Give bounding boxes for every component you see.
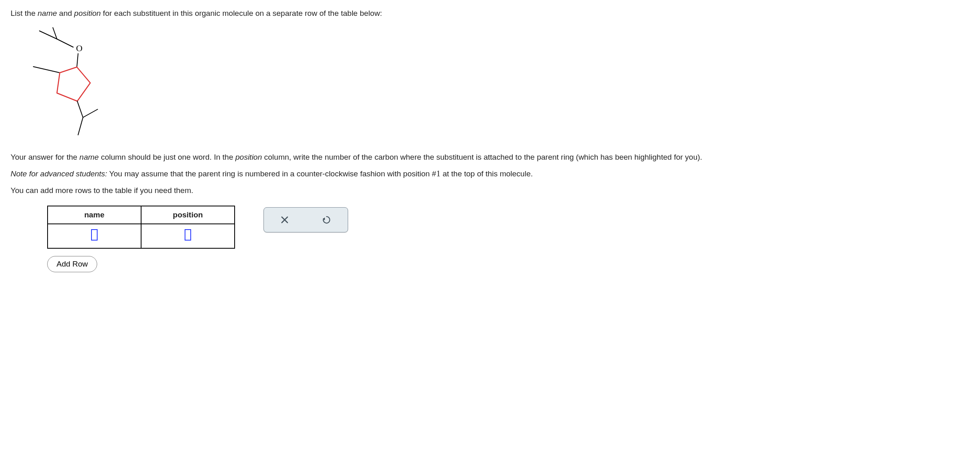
- close-icon: [280, 215, 289, 224]
- svg-line-8: [83, 109, 98, 117]
- word-name: name: [38, 9, 57, 17]
- p1-a: Your answer for the: [11, 153, 79, 161]
- svg-text:O: O: [76, 43, 83, 53]
- question-prompt: List the name and position for each subs…: [11, 8, 969, 19]
- svg-line-5: [33, 67, 60, 73]
- p2-c: at the top of this molecule.: [440, 169, 533, 178]
- molecule-structure: O: [25, 26, 115, 140]
- instruction-p3: You can add more rows to the table if yo…: [11, 185, 969, 196]
- header-name: name: [48, 206, 141, 224]
- action-toolbar: [264, 207, 348, 232]
- undo-icon: [322, 215, 331, 225]
- p1-position: position: [235, 153, 262, 161]
- p1-c: column, write the number of the carbon w…: [262, 153, 702, 161]
- position-input[interactable]: [185, 229, 191, 241]
- svg-line-7: [77, 101, 83, 117]
- prompt-lead: List the: [11, 9, 38, 17]
- table-row: [48, 224, 235, 248]
- name-input[interactable]: [91, 229, 98, 241]
- p1-name: name: [79, 153, 99, 161]
- svg-line-9: [78, 117, 83, 135]
- table-header-row: name position: [48, 206, 235, 224]
- reset-button[interactable]: [322, 215, 331, 225]
- answer-table: name position: [47, 206, 235, 249]
- answer-table-wrapper: name position Add Row: [11, 206, 235, 272]
- cell-name[interactable]: [48, 224, 141, 248]
- word-position: position: [74, 9, 101, 17]
- instruction-p1: Your answer for the name column should b…: [11, 152, 969, 163]
- add-row-button[interactable]: Add Row: [47, 256, 97, 272]
- prompt-tail: for each substituent in this organic mol…: [101, 9, 382, 17]
- instruction-p2: Note for advanced students: You may assu…: [11, 168, 969, 179]
- header-position: position: [141, 206, 235, 224]
- cell-position[interactable]: [141, 224, 235, 248]
- p2-a: Note for advanced students:: [11, 169, 107, 178]
- p2-b: You may assume that the parent ring is n…: [107, 169, 436, 178]
- svg-line-4: [77, 54, 78, 67]
- svg-marker-6: [57, 67, 90, 101]
- clear-button[interactable]: [280, 215, 289, 224]
- prompt-mid: and: [57, 9, 74, 17]
- svg-line-2: [57, 39, 73, 47]
- p1-b: column should be just one word. In the: [99, 153, 235, 161]
- p2-num: 1: [436, 169, 441, 178]
